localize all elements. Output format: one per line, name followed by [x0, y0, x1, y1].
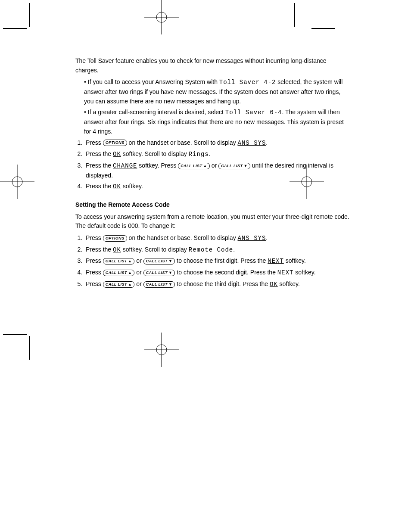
- call-list-up-key: CALL LIST▲: [103, 281, 135, 288]
- ok-softkey: OK: [113, 151, 121, 158]
- call-list-up-key: CALL LIST▲: [103, 258, 135, 264]
- ok-softkey: OK: [113, 183, 121, 190]
- remote-step-5: Press CALL LIST▲ or CALL LIST▼ to choose…: [84, 280, 351, 289]
- registration-mark-left: [0, 165, 34, 199]
- call-list-up-key: CALL LIST▲: [178, 163, 210, 169]
- remote-step-4: Press CALL LIST▲ or CALL LIST▼ to choose…: [84, 268, 351, 278]
- call-list-down-key: CALL LIST▼: [143, 270, 175, 276]
- rings-step-1: Press OPTIONS on the handset or base. Sc…: [84, 138, 351, 148]
- call-list-down-key: CALL LIST▼: [143, 281, 175, 288]
- ok-softkey: OK: [270, 281, 278, 288]
- options-key: OPTIONS: [103, 140, 127, 146]
- call-list-down-key: CALL LIST▼: [143, 258, 175, 264]
- lcd-tollsaver64: Toll Saver 6-4: [225, 109, 282, 116]
- rings-steps: Press OPTIONS on the handset or base. Sc…: [84, 138, 351, 192]
- remote-heading: Setting the Remote Access Code: [75, 200, 351, 210]
- lcd-remote-code: Remote Code: [189, 246, 233, 253]
- remote-steps: Press OPTIONS on the handset or base. Sc…: [84, 233, 351, 289]
- ok-softkey: OK: [113, 246, 121, 253]
- change-softkey: CHANGE: [113, 162, 137, 169]
- lcd-tollsaver42: Toll Saver 4-2: [219, 79, 276, 86]
- lcd-ans-sys: ANS SYS: [238, 140, 266, 146]
- lcd-ans-sys: ANS SYS: [238, 235, 266, 242]
- lcd-rings: Rings: [189, 151, 209, 158]
- registration-mark-bottom: [144, 333, 179, 367]
- remote-step-1: Press OPTIONS on the handset or base. Sc…: [84, 233, 351, 243]
- call-list-up-key: CALL LIST▲: [103, 270, 135, 276]
- next-softkey: NEXT: [277, 269, 294, 276]
- rings-step-2: Press the OK softkey. Scroll to display …: [84, 149, 351, 159]
- remote-step-2: Press the OK softkey. Scroll to display …: [84, 245, 351, 255]
- rings-step-4: Press the OK softkey.: [84, 182, 351, 192]
- rings-step-3: Press the CHANGE softkey. Press CALL LIS…: [84, 161, 351, 180]
- intro-line-1: The Toll Saver feature enables you to ch…: [75, 56, 351, 75]
- intro-bullet-2: • If a greater call-screening interval i…: [75, 108, 351, 136]
- page-content: The Toll Saver feature enables you to ch…: [75, 54, 351, 291]
- remote-intro: To access your answering system from a r…: [75, 212, 351, 231]
- options-key: OPTIONS: [103, 235, 127, 242]
- intro-bullet-1: • If you call to access your Answering S…: [75, 78, 351, 106]
- registration-mark-top: [144, 0, 179, 34]
- next-softkey: NEXT: [268, 258, 284, 264]
- call-list-down-key: CALL LIST▼: [218, 163, 250, 169]
- remote-step-3: Press CALL LIST▲ or CALL LIST▼ to choose…: [84, 256, 351, 266]
